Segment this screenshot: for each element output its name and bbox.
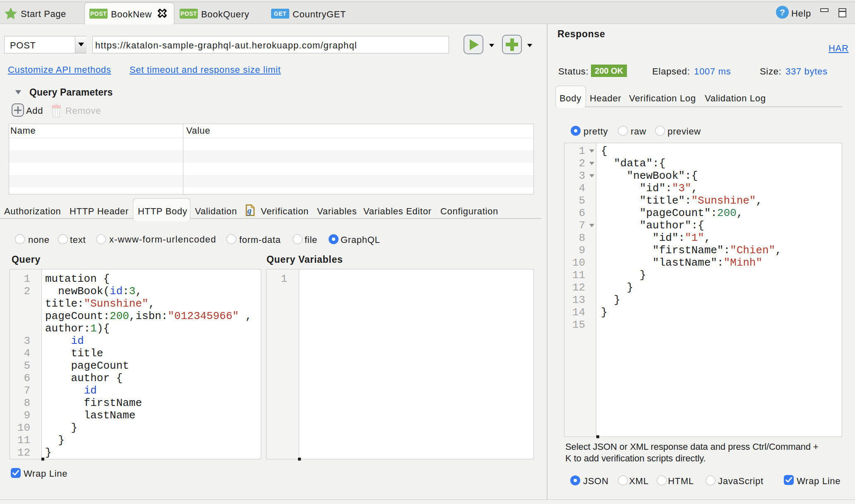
svg-text:g: g xyxy=(247,206,252,216)
